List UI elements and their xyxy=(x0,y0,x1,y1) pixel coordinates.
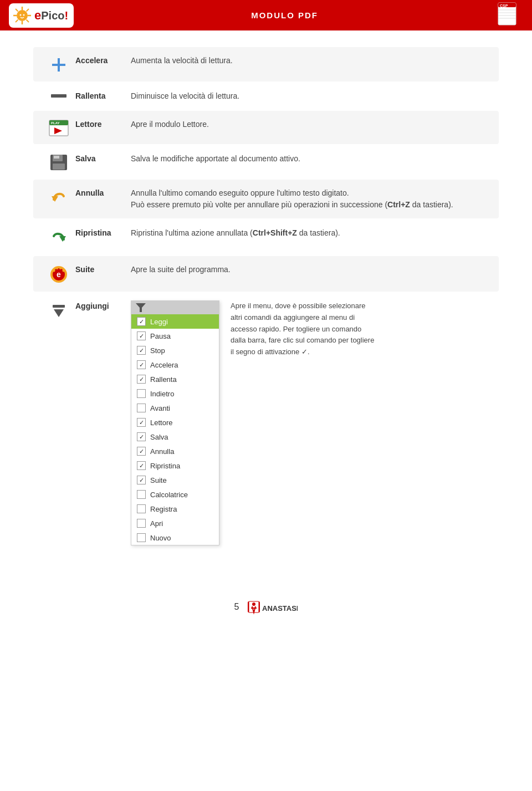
icon-aggiungi xyxy=(42,303,75,319)
accelera-icon-svg xyxy=(50,56,68,74)
svg-rect-20 xyxy=(51,94,66,98)
logo-pico: Pico xyxy=(41,9,64,22)
svg-point-0 xyxy=(17,10,28,21)
label-avanti: Avanti xyxy=(150,404,170,412)
dropdown-item-accelera[interactable]: ✓ Accelera xyxy=(131,358,219,372)
dropdown-item-rallenta[interactable]: ✓ Rallenta xyxy=(131,372,219,386)
dropdown-item-indietro[interactable]: Indietro xyxy=(131,386,219,401)
svg-line-5 xyxy=(16,9,18,12)
label-salva: Salva xyxy=(150,433,168,441)
label-lettore: Lettore xyxy=(150,419,172,427)
row-ripristina: Ripristina Ripristina l'ultima azione an… xyxy=(33,220,499,255)
check-nuovo xyxy=(137,533,146,542)
label-accelera: Accelera xyxy=(150,361,178,369)
icon-salva xyxy=(42,154,75,171)
item-desc-salva: Salva le modifiche apportate al document… xyxy=(131,153,490,165)
svg-rect-28 xyxy=(53,164,65,170)
annulla-icon-svg xyxy=(49,188,68,207)
svg-point-36 xyxy=(59,267,62,269)
csp-icon: CSP xyxy=(495,2,523,29)
item-desc-ripristina: Ripristina l'ultima azione annullata (Ct… xyxy=(131,227,490,239)
svg-line-8 xyxy=(16,19,18,22)
dropdown-item-leggi[interactable]: ✓ Leggi xyxy=(131,314,219,329)
logo-wrap: e Pico ! xyxy=(9,3,74,28)
row-accelera: Accelera Aumenta la velocità di lettura. xyxy=(33,47,499,81)
aggiungi-dropdown-area: ✓ Leggi ✓ Pausa ✓ Stop ✓ Accelera ✓ Ra xyxy=(131,300,375,545)
label-apri: Apri xyxy=(150,519,163,528)
row-salva: Salva Salva le modifiche apportate al do… xyxy=(33,145,499,178)
icon-accelera xyxy=(42,56,75,74)
dropdown-item-suite[interactable]: ✓ Suite xyxy=(131,473,219,487)
svg-line-6 xyxy=(27,19,29,22)
dropdown-item-apri[interactable]: Apri xyxy=(131,516,219,530)
logo-text: e Pico ! xyxy=(34,8,68,23)
dropdown-item-pausa[interactable]: ✓ Pausa xyxy=(131,329,219,343)
svg-point-10 xyxy=(23,14,25,16)
svg-point-34 xyxy=(53,269,55,272)
footer-anastasis-logo: ANASTASIS xyxy=(248,599,298,615)
check-indietro xyxy=(137,389,146,398)
header-title: MODULO PDF xyxy=(251,11,318,20)
icon-annulla xyxy=(42,188,75,207)
item-name-salva: Salva xyxy=(75,153,131,163)
footer: 5 ANASTASIS xyxy=(0,588,532,632)
aggiungi-icon-svg xyxy=(50,303,67,319)
check-registra xyxy=(137,504,146,513)
ripristina-icon-svg xyxy=(49,228,68,247)
dropdown-item-salva[interactable]: ✓ Salva xyxy=(131,430,219,444)
dropdown-item-registra[interactable]: Registra xyxy=(131,502,219,516)
dropdown-header xyxy=(131,301,219,314)
dropdown-item-lettore[interactable]: ✓ Lettore xyxy=(131,415,219,430)
check-calcolatrice xyxy=(137,490,146,499)
item-name-suite: Suite xyxy=(75,264,131,274)
row-lettore: PLAY Lettore Apre il modulo Lettore. xyxy=(33,111,499,144)
item-name-ripristina: Ripristina xyxy=(75,227,131,237)
svg-point-35 xyxy=(56,267,58,269)
row-annulla: Annulla Annulla l'ultimo comando eseguit… xyxy=(33,180,499,218)
label-registra: Registra xyxy=(150,505,177,513)
salva-icon-svg xyxy=(50,154,68,171)
dropdown-item-avanti[interactable]: Avanti xyxy=(131,401,219,415)
icon-ripristina xyxy=(42,228,75,247)
svg-marker-30 xyxy=(59,236,66,242)
dropdown-item-ripristina[interactable]: ✓ Ripristina xyxy=(131,458,219,473)
item-name-rallenta: Rallenta xyxy=(75,90,131,100)
csp-area: CSP xyxy=(495,2,523,29)
row-suite: e Suite Apre la suite del programma. xyxy=(33,256,499,292)
anastasis-logo-svg: ANASTASIS xyxy=(248,599,298,615)
header: e Pico ! MODULO PDF CSP xyxy=(0,0,532,30)
item-desc-accelera: Aumenta la velocità di lettura. xyxy=(131,55,490,67)
label-pausa: Pausa xyxy=(150,332,171,340)
check-leggi: ✓ xyxy=(137,317,146,326)
svg-text:e: e xyxy=(57,270,61,279)
annulla-desc-line2: Può essere premuto più volte per annulla… xyxy=(131,200,453,209)
page-number: 5 xyxy=(234,602,239,612)
check-ripristina: ✓ xyxy=(137,461,146,470)
svg-marker-29 xyxy=(52,196,58,202)
dropdown-item-stop[interactable]: ✓ Stop xyxy=(131,343,219,358)
label-ripristina: Ripristina xyxy=(150,462,180,470)
check-accelera: ✓ xyxy=(137,360,146,369)
dropdown-item-calcolatrice[interactable]: Calcolatrice xyxy=(131,487,219,502)
dropdown-menu[interactable]: ✓ Leggi ✓ Pausa ✓ Stop ✓ Accelera ✓ Ra xyxy=(131,300,219,545)
check-lettore: ✓ xyxy=(137,418,146,427)
row-aggiungi: Aggiungi ✓ Leggi ✓ Pausa xyxy=(33,293,499,553)
dropdown-item-annulla[interactable]: ✓ Annulla xyxy=(131,444,219,458)
logo-e: e xyxy=(34,8,41,23)
icon-rallenta xyxy=(42,91,75,100)
rallenta-icon-svg xyxy=(50,91,68,100)
check-apri xyxy=(137,519,146,528)
icon-lettore: PLAY xyxy=(42,120,75,136)
dropdown-item-nuovo[interactable]: Nuovo xyxy=(131,530,219,545)
label-calcolatrice: Calcolatrice xyxy=(150,491,188,499)
annulla-desc-line1: Annulla l'ultimo comando eseguito oppure… xyxy=(131,188,349,197)
check-suite: ✓ xyxy=(137,476,146,484)
icon-suite: e xyxy=(42,265,75,284)
svg-text:CSP: CSP xyxy=(500,4,508,8)
svg-line-7 xyxy=(27,9,29,12)
svg-rect-19 xyxy=(52,64,65,66)
label-leggi: Leggi xyxy=(150,318,168,326)
row-rallenta: Rallenta Diminuisce la velocità di lettu… xyxy=(33,83,499,110)
svg-text:ANASTASIS: ANASTASIS xyxy=(262,604,298,613)
item-desc-suite: Apre la suite del programma. xyxy=(131,264,490,275)
